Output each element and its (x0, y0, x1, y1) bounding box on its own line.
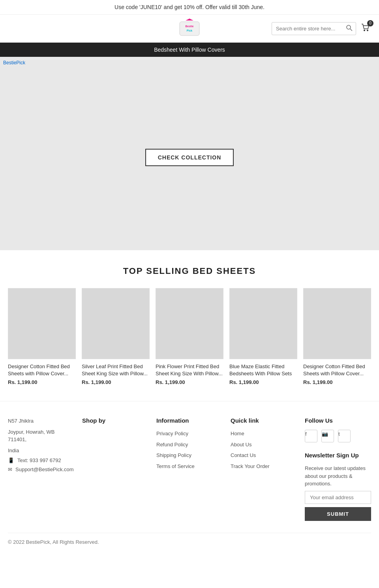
nav-bedsheet[interactable]: Bedsheet With Pillow Covers (154, 47, 225, 53)
phone-text: Text: 933 997 6792 (17, 457, 61, 463)
phone-item: 📱 Text: 933 997 6792 (8, 457, 74, 463)
products-grid: Designer Cotton Fitted Bed Sheets with P… (8, 288, 371, 385)
product-card[interactable]: Designer Cotton Fitted Bed Sheets with P… (303, 288, 371, 385)
product-image (82, 288, 150, 359)
product-card[interactable]: Silver Leaf Print Fitted Bed Sheet King … (82, 288, 150, 385)
header: Bestie Pick 0 (0, 15, 379, 43)
product-name: Designer Cotton Fitted Bed Sheets with P… (8, 363, 76, 377)
header-right: 0 (272, 22, 371, 35)
product-price: Rs. 1,199.00 (229, 379, 297, 385)
logo[interactable]: Bestie Pick (178, 19, 201, 38)
product-image (156, 288, 223, 359)
information-title: Information (156, 417, 223, 424)
footer-information-col: Information Privacy PolicyRefund PolicyS… (156, 417, 223, 521)
search-box (272, 22, 356, 35)
footer-follow-col: Follow Us f 📷 t Newsletter Sign Up Recei… (305, 417, 371, 521)
footer: N57 Jhiklra Joypur, Howrah, WB 711401, I… (0, 401, 379, 553)
footer-bottom: © 2022 BestiePick, All Rights Reserved. (8, 533, 371, 545)
svg-line-5 (350, 29, 352, 31)
product-name: Designer Cotton Fitted Bed Sheets with P… (303, 363, 371, 377)
information-link[interactable]: Shipping Policy (156, 451, 223, 459)
facebook-icon[interactable]: f (305, 430, 317, 442)
newsletter-description: Receive our latest updates about our pro… (305, 464, 371, 488)
instagram-icon[interactable]: 📷 (321, 430, 334, 442)
cart-badge: 0 (367, 20, 373, 26)
quicklink-title: Quick link (231, 417, 297, 424)
information-link[interactable]: Terms of Service (156, 463, 223, 470)
product-name: Silver Leaf Print Fitted Bed Sheet King … (82, 363, 150, 377)
product-card[interactable]: Blue Maze Elastic Fitted Bedsheets With … (229, 288, 297, 385)
address-line3: India (8, 447, 74, 455)
product-card[interactable]: Designer Cotton Fitted Bed Sheets with P… (8, 288, 76, 385)
products-section-title: TOP SELLING BED SHEETS (8, 266, 371, 276)
shop-by-title: Shop by (82, 417, 148, 424)
hero-section: BestiePick CHECK COLLECTION (0, 57, 379, 250)
twitter-icon[interactable]: t (338, 430, 351, 442)
search-icon (346, 25, 353, 31)
top-banner: Use code 'JUNE10' and get 10% off. Offer… (0, 0, 379, 15)
svg-rect-0 (180, 22, 199, 36)
email-text: Support@BestiePick.com (15, 466, 74, 472)
information-link[interactable]: Privacy Policy (156, 430, 223, 438)
product-name: Pink Flower Print Fitted Bed Sheet King … (156, 363, 223, 377)
social-icons: f 📷 t (305, 430, 371, 446)
copyright-text: © 2022 BestiePick, All Rights Reserved. (8, 539, 99, 545)
product-price: Rs. 1,199.00 (82, 379, 150, 385)
newsletter-submit-button[interactable]: SUBMIT (305, 507, 371, 521)
quicklink-link[interactable]: About Us (231, 441, 297, 449)
products-section: TOP SELLING BED SHEETS Designer Cotton F… (0, 250, 379, 401)
newsletter-email-input[interactable] (305, 491, 371, 504)
svg-text:Pick: Pick (187, 29, 193, 32)
check-collection-button[interactable]: CHECK COLLECTION (145, 149, 234, 166)
footer-shop-col: Shop by (82, 417, 148, 521)
banner-text: Use code 'JUNE10' and get 10% off. Offer… (114, 4, 265, 10)
breadcrumb[interactable]: BestiePick (3, 60, 25, 66)
search-input[interactable] (272, 23, 343, 34)
svg-marker-3 (186, 19, 193, 21)
product-name: Blue Maze Elastic Fitted Bedsheets With … (229, 363, 297, 377)
follow-us-title: Follow Us (305, 417, 371, 424)
product-card[interactable]: Pink Flower Print Fitted Bed Sheet King … (156, 288, 223, 385)
product-price: Rs. 1,199.00 (156, 379, 223, 385)
product-price: Rs. 1,199.00 (8, 379, 76, 385)
newsletter-title: Newsletter Sign Up (305, 452, 371, 459)
svg-point-7 (367, 30, 368, 31)
information-link[interactable]: Refund Policy (156, 441, 223, 449)
svg-text:Bestie: Bestie (185, 25, 193, 28)
cart-icon[interactable]: 0 (360, 22, 371, 35)
phone-icon: 📱 (8, 457, 14, 463)
address-line1: N57 Jhiklra (8, 417, 74, 425)
footer-grid: N57 Jhiklra Joypur, Howrah, WB 711401, I… (8, 417, 371, 521)
footer-quicklink-col: Quick link HomeAbout UsContact UsTrack Y… (231, 417, 297, 521)
svg-point-4 (347, 25, 351, 29)
nav: Bedsheet With Pillow Covers (0, 43, 379, 57)
quicklink-link[interactable]: Contact Us (231, 451, 297, 459)
search-button[interactable] (343, 22, 356, 35)
email-icon: ✉ (8, 466, 12, 472)
product-image (229, 288, 297, 359)
footer-address-col: N57 Jhiklra Joypur, Howrah, WB 711401, I… (8, 417, 74, 521)
address-line2: Joypur, Howrah, WB 711401, (8, 428, 74, 444)
quicklink-link[interactable]: Track Your Order (231, 463, 297, 470)
logo-icon: Bestie Pick (178, 19, 201, 38)
product-image (303, 288, 371, 359)
product-price: Rs. 1,199.00 (303, 379, 371, 385)
quicklink-link[interactable]: Home (231, 430, 297, 438)
product-image (8, 288, 76, 359)
email-item: ✉ Support@BestiePick.com (8, 466, 74, 472)
svg-point-6 (364, 30, 365, 31)
